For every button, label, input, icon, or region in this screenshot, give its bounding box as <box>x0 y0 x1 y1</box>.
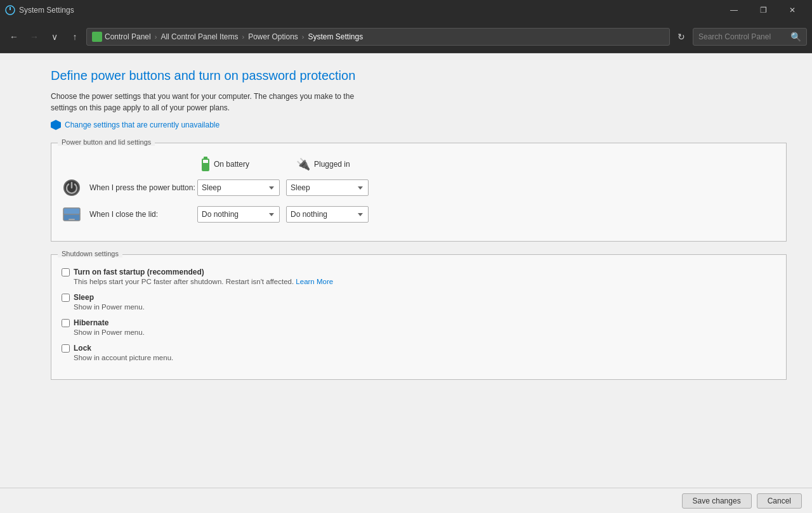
svg-rect-1 <box>10 7 11 10</box>
change-settings-link[interactable]: Change settings that are currently unava… <box>51 120 787 130</box>
learn-more-link[interactable]: Learn More <box>296 278 333 285</box>
lid-close-row: When I close the lid: Do nothing Sleep H… <box>62 204 776 224</box>
close-button[interactable]: ✕ <box>778 0 807 20</box>
fast-startup-desc: This helps start your PC faster after sh… <box>74 278 776 285</box>
breadcrumb-1[interactable]: Control Panel <box>105 32 151 41</box>
address-icon <box>92 32 102 42</box>
svg-rect-4 <box>63 208 80 214</box>
main-content: Define power buttons and turn on passwor… <box>0 53 812 488</box>
column-headers: On battery 🔌 Plugged in <box>201 156 776 172</box>
nav-right: ↻ Search Control Panel 🔍 <box>672 28 807 46</box>
address-bar[interactable]: Control Panel › All Control Panel Items … <box>86 28 670 46</box>
up-button[interactable]: ↑ <box>66 28 84 46</box>
window-title: System Settings <box>19 6 719 15</box>
dropdown-button[interactable]: ∨ <box>46 28 63 46</box>
window-controls: — ❐ ✕ <box>719 0 807 20</box>
lock-desc: Show in account picture menu. <box>74 354 776 361</box>
bottom-bar: Save changes Cancel <box>0 488 812 513</box>
restore-button[interactable]: ❐ <box>749 0 778 20</box>
breadcrumb-2[interactable]: All Control Panel Items <box>160 32 238 41</box>
search-box[interactable]: Search Control Panel 🔍 <box>693 28 807 46</box>
power-button-section: Power button and lid settings On battery… <box>51 143 787 242</box>
battery-icon <box>201 156 210 172</box>
page-title: Define power buttons and turn on passwor… <box>51 68 787 83</box>
save-button[interactable]: Save changes <box>682 493 752 509</box>
power-button-row: When I press the power button: Sleep Do … <box>62 178 776 198</box>
breadcrumb-3[interactable]: Power Options <box>248 32 298 41</box>
hibernate-desc: Show in Power menu. <box>74 328 776 336</box>
hibernate-label: Hibernate <box>74 318 108 327</box>
fast-startup-checkbox[interactable] <box>62 268 70 276</box>
power-button-plugged-select[interactable]: Sleep Do nothing Hibernate Shut down Tur… <box>286 179 369 196</box>
power-button-legend: Power button and lid settings <box>58 138 155 146</box>
power-button-battery-select[interactable]: Sleep Do nothing Hibernate Shut down Tur… <box>197 179 280 196</box>
on-battery-header: On battery <box>201 156 290 172</box>
hibernate-checkbox[interactable] <box>62 319 70 327</box>
sleep-label: Sleep <box>74 293 94 302</box>
back-button[interactable]: ← <box>5 28 23 46</box>
app-icon <box>5 5 15 15</box>
fast-startup-row: Turn on fast startup (recommended) This … <box>62 268 776 285</box>
lid-icon <box>62 204 82 224</box>
lock-label: Lock <box>74 344 91 353</box>
power-button-label: When I press the power button: <box>89 183 197 192</box>
page-description: Choose the power settings that you want … <box>51 91 368 114</box>
sleep-desc: Show in Power menu. <box>74 303 776 311</box>
svg-rect-5 <box>69 219 75 220</box>
plug-icon: 🔌 <box>296 157 310 171</box>
shutdown-section: Shutdown settings Turn on fast startup (… <box>51 254 787 380</box>
search-icon: 🔍 <box>790 32 801 42</box>
forward-button[interactable]: → <box>25 28 43 46</box>
shutdown-legend: Shutdown settings <box>58 250 122 257</box>
lock-row: Lock Show in account picture menu. <box>62 344 776 361</box>
refresh-button[interactable]: ↻ <box>672 28 690 46</box>
lid-battery-select[interactable]: Do nothing Sleep Hibernate Shut down Tur… <box>197 206 280 223</box>
lock-checkbox[interactable] <box>62 344 70 353</box>
lid-close-label: When I close the lid: <box>89 210 197 219</box>
change-settings-text: Change settings that are currently unava… <box>65 120 219 129</box>
power-button-icon <box>62 178 82 198</box>
plugged-in-header: 🔌 Plugged in <box>296 156 385 172</box>
sep-1: › <box>155 33 157 41</box>
search-placeholder: Search Control Panel <box>698 32 771 41</box>
sleep-row: Sleep Show in Power menu. <box>62 293 776 311</box>
navigation-bar: ← → ∨ ↑ Control Panel › All Control Pane… <box>0 20 812 53</box>
sep-3: › <box>302 33 304 41</box>
minimize-button[interactable]: — <box>719 0 749 20</box>
sleep-checkbox[interactable] <box>62 294 70 302</box>
hibernate-row: Hibernate Show in Power menu. <box>62 318 776 336</box>
lid-plugged-select[interactable]: Do nothing Sleep Hibernate Shut down Tur… <box>286 206 369 223</box>
fast-startup-label: Turn on fast startup (recommended) <box>74 268 204 276</box>
sep-2: › <box>242 33 244 41</box>
cancel-button[interactable]: Cancel <box>757 493 802 509</box>
shield-icon <box>51 120 61 130</box>
title-bar: System Settings — ❐ ✕ <box>0 0 812 20</box>
breadcrumb-4: System Settings <box>308 32 363 41</box>
